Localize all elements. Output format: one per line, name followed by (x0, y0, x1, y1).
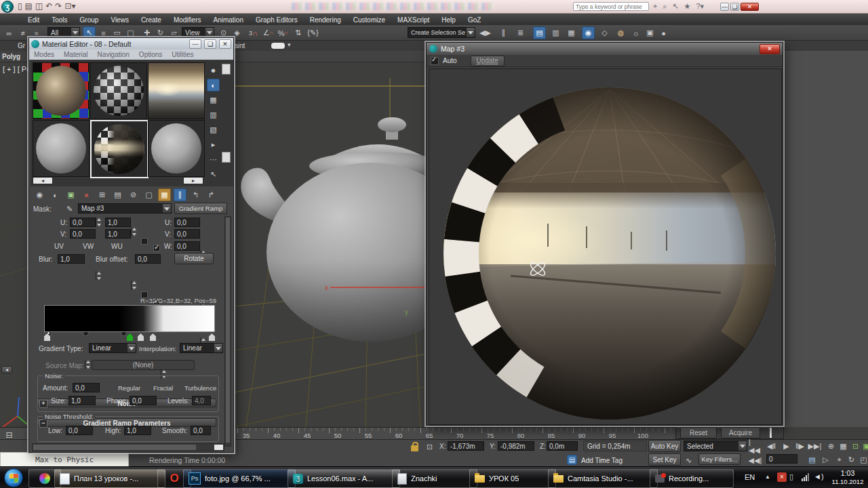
map-type-button[interactable]: Gradient Ramp (174, 203, 227, 214)
low-field[interactable]: 0,0 (66, 426, 93, 435)
interpolation-dropdown[interactable]: Linear (180, 343, 223, 353)
taskbar-recording-button[interactable]: Recording... (650, 469, 734, 488)
select-and-link-icon[interactable]: ∞ (3, 26, 16, 39)
menu-tools[interactable]: Tools (45, 16, 73, 24)
viewport-splitter-arrow[interactable]: ◂ (1, 366, 12, 373)
spinner[interactable] (131, 227, 137, 237)
gradient-marker[interactable] (150, 333, 156, 341)
gradient-marker-end[interactable] (209, 333, 215, 341)
auto-key-button[interactable]: Auto Key (648, 440, 681, 452)
sample-slot-5-active[interactable] (90, 120, 149, 178)
material-editor-icon[interactable]: ◍ (614, 26, 627, 39)
current-frame-field[interactable]: 0 (766, 454, 797, 464)
align-icon[interactable]: ∥ (497, 26, 510, 39)
set-key-button[interactable]: Set Key (648, 453, 681, 466)
menu-modifiers[interactable]: Modifiers (167, 16, 208, 24)
slot-scroll-left-button[interactable]: ◂ (33, 177, 53, 184)
slot-scroll-right-button[interactable]: ▸ (183, 177, 203, 184)
snaps-toggle-icon[interactable]: 3∩ (247, 26, 260, 39)
teapot-mesh[interactable] (241, 117, 426, 342)
background-icon[interactable]: ▦ (207, 94, 220, 106)
zoom-all-icon[interactable]: ▦ (837, 440, 850, 453)
ribbon-tab-fragment-left[interactable]: Gr (18, 41, 25, 50)
favorites-star-icon[interactable]: ★ (684, 2, 691, 11)
options-icon[interactable]: ⋯ (207, 153, 220, 166)
high-field[interactable]: 1,0 (124, 426, 151, 435)
pointer-icon[interactable]: ↖ (672, 2, 678, 11)
auto-update-checkbox[interactable] (431, 57, 439, 65)
u-offset-field[interactable]: 0,0 (70, 218, 96, 227)
gradient-ramp-bar[interactable] (44, 305, 215, 332)
sample-slot-6[interactable] (148, 120, 205, 177)
new-file-icon[interactable]: ▯ (18, 1, 22, 11)
open-file-icon[interactable]: ▤ (25, 1, 33, 11)
unlink-selection-icon[interactable]: ≠ (16, 26, 29, 39)
percent-snap-icon[interactable]: %∩ (277, 26, 290, 39)
spinner[interactable] (85, 360, 91, 369)
spinner[interactable] (96, 218, 102, 227)
save-file-icon[interactable]: ◫ (35, 1, 43, 11)
menu-create[interactable]: Create (135, 16, 167, 24)
pan-view-icon[interactable]: ⌖ (833, 453, 846, 466)
schematic-view-icon[interactable]: ◇ (598, 26, 611, 39)
sample-slot-2[interactable] (90, 62, 147, 119)
reset-map-icon[interactable]: × (80, 188, 93, 201)
tray-volume-icon[interactable]: ◄) (814, 472, 824, 481)
menu-graph-editors[interactable]: Graph Editors (250, 16, 304, 24)
go-to-end-icon[interactable]: ▶▶| (808, 440, 821, 453)
acquire-button[interactable]: Acquire (721, 427, 760, 439)
zoom-icon[interactable]: ⊕ (825, 440, 837, 453)
help-icon[interactable]: ?▾ (696, 2, 704, 11)
menu-material[interactable]: Material (64, 51, 88, 58)
make-unique-icon[interactable]: ⊞ (96, 188, 108, 201)
menu-edit[interactable]: Edit (22, 16, 45, 24)
go-forward-to-sibling-icon[interactable]: ↱ (205, 188, 218, 201)
parameters-vertical-scrollbar[interactable] (224, 216, 231, 447)
redo-icon[interactable]: ↷ (55, 1, 62, 11)
tray-antivirus-icon[interactable]: × (777, 472, 787, 482)
key-filters-curve-icon[interactable]: ∿ (682, 454, 695, 467)
u-angle-field[interactable]: 0,0 (174, 218, 200, 227)
menu-utilities[interactable]: Utilities (172, 51, 193, 58)
select-by-material-icon[interactable]: ↖ (207, 168, 220, 181)
menu-navigation[interactable]: Navigation (98, 51, 130, 58)
menu-group[interactable]: Group (74, 16, 105, 24)
taskbar-camtasia-button[interactable]: Camtasia Studio -... (548, 469, 658, 488)
previous-frame-icon[interactable]: ◀‖ (765, 440, 778, 453)
maximize-button[interactable]: ❑ (204, 39, 216, 49)
scrollbar-thumb[interactable] (226, 218, 230, 443)
orbit-view-icon[interactable]: ↻ (845, 453, 858, 466)
video-color-check-icon[interactable]: ▧ (207, 123, 220, 136)
map-sphere-render[interactable] (429, 69, 782, 425)
keyhole-icon[interactable]: ⌕ (663, 2, 667, 11)
spinner-snap-icon[interactable]: ⇅ (292, 26, 304, 39)
menu-customize[interactable]: Customize (347, 16, 391, 24)
absolute-mode-icon[interactable]: ⊡ (423, 441, 436, 453)
play-animation-icon[interactable]: ▶ (780, 440, 793, 453)
make-preview-icon[interactable]: ▸ (207, 138, 220, 151)
key-mode-toggle-icon[interactable]: ▤ (806, 453, 818, 466)
taskbar-3dsmax-button[interactable]: ʒ Lesson06.max - A... (288, 469, 400, 488)
x-coordinate-field[interactable]: -1,673m (448, 441, 484, 451)
zoom-extents-all-icon[interactable]: ▣ (860, 440, 868, 453)
toggle-layer-explorer-icon[interactable]: ▥ (549, 26, 562, 39)
tray-clipboard-icon[interactable]: ▯ (789, 472, 793, 481)
menu-maxscript[interactable]: MAXScript (391, 16, 435, 24)
gradient-type-dropdown[interactable]: Linear (89, 343, 136, 353)
phase-field[interactable]: 0,0 (130, 396, 157, 405)
close-button[interactable]: ✕ (760, 44, 780, 54)
material-editor-titlebar[interactable]: Material Editor - 08 - Default — ❑ ✕ (29, 38, 233, 49)
dropdown-arrow-icon[interactable] (127, 344, 136, 352)
v-tiling-field[interactable]: 1,0 (105, 229, 131, 239)
taskbar-urok05-button[interactable]: УРОК 05 (469, 469, 556, 488)
taskbar-photoshop-button[interactable]: Ps foto.jpg @ 66,7% ... (183, 469, 296, 488)
workspace-dropdown-icon[interactable]: ⊡▾ (64, 1, 75, 11)
go-to-parent-icon[interactable]: ↰ (189, 188, 202, 201)
rotate-button[interactable]: Rotate (174, 253, 214, 264)
render-setup-icon[interactable]: ☼ (629, 26, 642, 39)
assign-to-selection-icon[interactable]: ▣ (64, 188, 77, 201)
angle-snap-icon[interactable]: ∠∩ (262, 26, 275, 39)
size-field[interactable]: 1,0 (68, 396, 96, 405)
search-input[interactable] (573, 2, 649, 11)
dropdown-arrow-icon[interactable] (466, 28, 475, 37)
